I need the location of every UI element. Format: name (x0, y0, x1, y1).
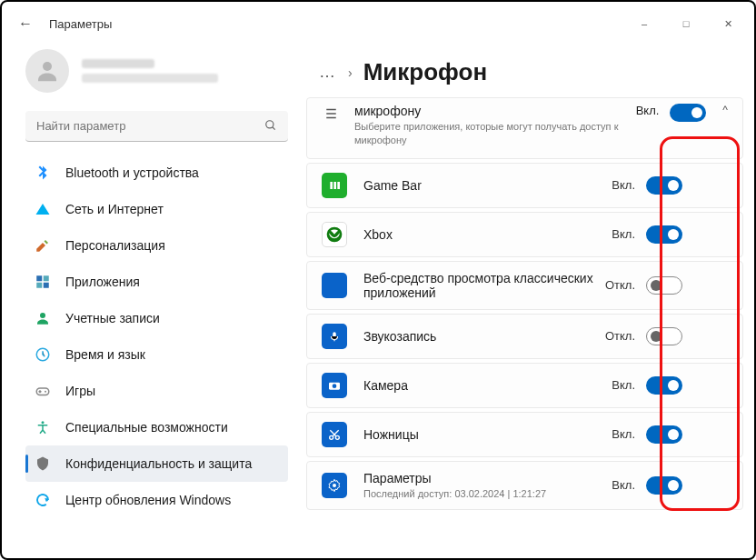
window-controls: – □ ✕ (623, 9, 749, 38)
search-input[interactable] (25, 111, 288, 142)
settings-list: микрофону Выберите приложения, которые м… (306, 97, 743, 558)
app-label: Ножницы (363, 427, 612, 442)
app-label: Веб-средство просмотра классических прил… (363, 271, 605, 300)
sidebar: Bluetooth и устройстваСеть и ИнтернетПер… (2, 45, 297, 558)
accessibility-icon (35, 419, 51, 435)
sidebar-item-accounts[interactable]: Учетные записи (25, 300, 288, 336)
app-row-webviewer: Веб-средство просмотра классических прил… (306, 261, 743, 310)
app-row-settings: ПараметрыПоследний доступ: 03.02.2024 | … (306, 461, 743, 510)
privacy-icon (35, 455, 51, 472)
header-card-sub: Выберите приложения, которые могут получ… (354, 120, 636, 147)
app-state: Вкл. (612, 478, 635, 492)
svg-line-2 (273, 127, 275, 130)
app-toggle-camera[interactable] (646, 376, 682, 395)
sidebar-item-update[interactable]: Центр обновления Windows (25, 482, 288, 518)
sidebar-item-label: Центр обновления Windows (65, 493, 231, 507)
svg-rect-9 (36, 388, 49, 395)
app-toggle-xbox[interactable] (646, 225, 682, 244)
profile-block[interactable] (25, 45, 288, 96)
snip-app-icon (322, 422, 347, 447)
sidebar-item-label: Bluetooth и устройства (65, 165, 199, 180)
app-state: Вкл. (612, 427, 635, 441)
nav-list: Bluetooth и устройстваСеть и ИнтернетПер… (25, 155, 288, 518)
app-toggle-gamebar[interactable] (646, 176, 682, 195)
maximize-button[interactable]: □ (665, 9, 707, 38)
svg-point-0 (43, 62, 52, 71)
back-arrow-icon[interactable]: ← (18, 15, 40, 32)
profile-text (82, 59, 218, 83)
person-icon (34, 57, 61, 85)
app-row-snip: НожницыВкл. (306, 412, 743, 457)
camera-app-icon (322, 373, 347, 398)
app-row-gamebar: Game BarВкл. (306, 163, 743, 208)
gamebar-app-icon (322, 173, 347, 198)
search-box (25, 111, 288, 142)
app-state: Вкл. (612, 378, 635, 392)
mic-access-header-card[interactable]: микрофону Выберите приложения, которые м… (306, 97, 743, 159)
avatar (25, 49, 69, 93)
app-label: Xbox (363, 227, 612, 242)
voicerec-app-icon (322, 324, 347, 349)
titlebar: ← Параметры – □ ✕ (2, 2, 754, 45)
sidebar-item-network[interactable]: Сеть и Интернет (25, 191, 288, 227)
chevron-up-icon[interactable]: ^ (722, 104, 728, 116)
svg-point-24 (333, 384, 337, 388)
app-row-xbox: XboxВкл. (306, 212, 743, 257)
app-toggle-webviewer[interactable] (646, 276, 682, 295)
sidebar-item-apps[interactable]: Приложения (25, 264, 288, 300)
gaming-icon (35, 383, 51, 399)
time-icon (35, 346, 51, 363)
svg-point-7 (40, 313, 45, 318)
sidebar-item-accessibility[interactable]: Специальные возможности (25, 409, 288, 445)
network-icon (35, 201, 51, 217)
header-card-title: микрофону (354, 104, 636, 118)
breadcrumb: … › Микрофон (297, 45, 743, 97)
svg-point-11 (42, 421, 45, 424)
svg-point-1 (266, 121, 274, 128)
sidebar-item-label: Игры (65, 384, 95, 398)
app-state: Вкл. (612, 227, 635, 241)
accounts-icon (35, 310, 51, 326)
sidebar-item-bluetooth[interactable]: Bluetooth и устройства (25, 155, 288, 191)
app-toggle-settings[interactable] (646, 476, 682, 495)
svg-rect-4 (44, 275, 49, 281)
app-label: Game Bar (363, 178, 612, 193)
app-state: Откл. (605, 329, 635, 343)
sidebar-item-gaming[interactable]: Игры (25, 373, 288, 409)
sidebar-item-label: Специальные возможности (65, 420, 228, 435)
settings-app-icon (322, 473, 347, 498)
sidebar-item-privacy[interactable]: Конфиденциальность и защита (25, 445, 288, 482)
svg-rect-3 (36, 275, 42, 281)
sidebar-item-label: Сеть и Интернет (65, 202, 164, 216)
svg-rect-18 (330, 182, 333, 189)
xbox-app-icon (322, 222, 347, 247)
svg-rect-19 (333, 182, 336, 189)
list-icon (322, 105, 340, 125)
minimize-button[interactable]: – (623, 9, 665, 38)
header-card-state: Вкл. (636, 104, 660, 117)
webviewer-app-icon (322, 273, 347, 298)
svg-point-27 (333, 484, 336, 487)
svg-rect-5 (36, 283, 42, 288)
app-state: Откл. (605, 278, 635, 292)
sidebar-item-label: Персонализация (65, 238, 165, 253)
app-state: Вкл. (612, 178, 635, 192)
breadcrumb-more-icon[interactable]: … (319, 63, 337, 82)
svg-rect-6 (44, 283, 49, 288)
header-card-toggle[interactable] (670, 104, 706, 122)
personalization-icon (35, 237, 51, 254)
app-label: Звукозапись (363, 329, 605, 344)
app-toggle-snip[interactable] (646, 425, 682, 444)
update-icon (35, 492, 51, 508)
app-toggle-voicerec[interactable] (646, 327, 682, 345)
sidebar-item-personalization[interactable]: Персонализация (25, 227, 288, 264)
app-row-camera: КамераВкл. (306, 363, 743, 408)
main-panel: … › Микрофон микрофону Выберите приложен… (297, 45, 754, 558)
svg-rect-20 (337, 182, 340, 189)
close-button[interactable]: ✕ (707, 9, 749, 38)
window-title: Параметры (49, 17, 112, 31)
chevron-right-icon: › (348, 65, 353, 80)
sidebar-item-time[interactable]: Время и язык (25, 336, 288, 373)
app-row-voicerec: ЗвукозаписьОткл. (306, 314, 743, 359)
search-icon[interactable] (264, 119, 277, 135)
